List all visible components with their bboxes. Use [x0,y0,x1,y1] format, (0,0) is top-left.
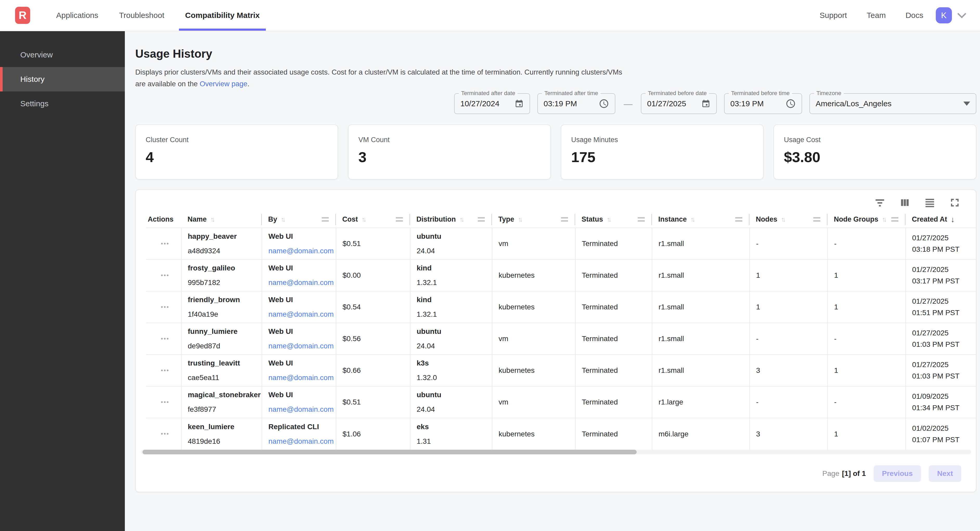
sidebar-item-overview[interactable]: Overview [0,43,125,67]
cluster-id: de9ed87d [188,342,259,350]
creator-email-link[interactable]: name@domain.com [269,310,332,319]
horizontal-scrollbar-thumb[interactable] [143,450,637,454]
row-actions-button[interactable]: ••• [153,335,178,342]
created-time: 03:18 PM PST [912,245,973,254]
cost-cell: $1.06 [336,418,410,450]
column-menu-icon[interactable] [735,217,742,222]
overview-page-link[interactable]: Overview page [200,80,247,88]
node-groups-cell: - [827,386,905,418]
link-docs[interactable]: Docs [905,11,923,20]
fullscreen-icon[interactable] [949,197,961,209]
sort-icon[interactable]: ↑↓ [607,216,610,223]
creator-email-link[interactable]: name@domain.com [269,374,332,382]
sort-icon[interactable]: ↑↓ [781,216,784,223]
app-logo[interactable]: R [15,7,30,24]
status-badge: Terminated [575,291,652,323]
row-actions-button[interactable]: ••• [153,367,178,374]
link-team[interactable]: Team [867,11,886,20]
column-menu-icon[interactable] [396,217,403,222]
sort-icon[interactable]: ↑↓ [690,216,694,223]
previous-button[interactable]: Previous [873,465,921,482]
col-cost[interactable]: Cost↑↓ [336,211,410,228]
calendar-icon[interactable] [701,99,711,108]
field-value: 03:19 PM [544,99,577,108]
col-instance[interactable]: Instance↑↓ [652,211,749,228]
tab-troubleshoot[interactable]: Troubleshoot [113,0,170,31]
stat-cluster-count: Cluster Count 4 [135,124,338,179]
avatar[interactable]: K [936,7,952,24]
field-value: 03:19 PM [730,99,764,108]
horizontal-scrollbar-track[interactable] [141,450,971,454]
tab-applications[interactable]: Applications [50,0,105,31]
creator-email-link[interactable]: name@domain.com [269,342,332,350]
instance-cell: r1.small [652,228,749,260]
terminated-before-date-field[interactable]: Terminated before date 01/27/2025 [641,93,717,114]
dropdown-arrow-icon[interactable] [963,101,970,106]
row-actions-button[interactable]: ••• [153,272,178,279]
chevron-down-icon[interactable] [958,10,966,18]
column-menu-icon[interactable] [561,217,568,222]
filter-icon[interactable] [874,197,886,209]
col-node-groups[interactable]: Node Groups↑↓ [827,211,905,228]
cost-cell: $0.56 [336,323,410,355]
next-button[interactable]: Next [929,465,961,482]
sort-icon[interactable]: ↑↓ [459,216,463,223]
clock-icon[interactable] [599,98,609,109]
link-support[interactable]: Support [819,11,847,20]
row-actions-button[interactable]: ••• [153,304,178,311]
column-menu-icon[interactable] [813,217,820,222]
col-status[interactable]: Status↑↓ [575,211,652,228]
timezone-select[interactable]: Timezone America/Los_Angeles [810,93,976,114]
distribution-version: 1.31 [417,437,489,445]
col-by[interactable]: By↑↓ [262,211,336,228]
columns-icon[interactable] [899,197,911,209]
field-label: Terminated after date [459,90,517,97]
usage-history-table: Actions Name↑↓ By↑↓ Cost↑↓ Distribution↑… [146,211,976,450]
sort-icon[interactable]: ↑↓ [281,216,284,223]
sidebar-item-settings[interactable]: Settings [0,92,125,116]
created-time: 01:03 PM PST [912,372,973,380]
sort-desc-icon[interactable]: ↓ [951,215,955,224]
creator-email-link[interactable]: name@domain.com [269,279,332,287]
cluster-id: 4819de16 [188,437,259,445]
col-distribution[interactable]: Distribution↑↓ [410,211,492,228]
sort-icon[interactable]: ↑↓ [518,216,521,223]
tab-compatibility-matrix[interactable]: Compatibility Matrix [179,0,266,31]
distribution-name: kind [417,264,489,272]
row-actions-button[interactable]: ••• [153,240,178,247]
cluster-id: cae5ea11 [188,374,259,382]
terminated-after-time-field[interactable]: Terminated after time 03:19 PM [537,93,616,114]
col-created-at[interactable]: Created At↓ [905,211,976,228]
terminated-before-time-field[interactable]: Terminated before time 03:19 PM [724,93,802,114]
density-icon[interactable] [924,197,936,209]
description-period: . [247,80,250,88]
sort-icon[interactable]: ↑↓ [882,216,885,223]
created-date: 01/27/2025 [912,265,973,274]
stat-value: 3 [358,149,541,165]
creator-email-link[interactable]: name@domain.com [269,405,332,414]
sort-icon[interactable]: ↑↓ [210,216,213,223]
created-by: Web UI [269,391,332,399]
stat-value: 175 [571,149,753,165]
col-nodes[interactable]: Nodes↑↓ [749,211,827,228]
calendar-icon[interactable] [514,99,524,108]
sidebar-item-history[interactable]: History [0,67,125,92]
col-name[interactable]: Name↑↓ [181,211,262,228]
terminated-after-date-field[interactable]: Terminated after date 10/27/2024 [454,93,530,114]
cost-cell: $0.51 [336,386,410,418]
row-actions-button[interactable]: ••• [153,430,178,437]
creator-email-link[interactable]: name@domain.com [269,437,332,445]
page-indicator: Page[1] of 1 [822,469,866,478]
column-menu-icon[interactable] [478,217,485,222]
column-menu-icon[interactable] [638,217,645,222]
sort-icon[interactable]: ↑↓ [361,216,364,223]
column-menu-icon[interactable] [891,217,898,222]
column-menu-icon[interactable] [322,217,329,222]
creator-email-link[interactable]: name@domain.com [269,247,332,255]
created-date: 01/27/2025 [912,361,973,369]
type-cell: kubernetes [492,355,575,386]
col-type[interactable]: Type↑↓ [492,211,575,228]
clock-icon[interactable] [786,98,796,109]
nodes-cell: - [749,386,827,418]
row-actions-button[interactable]: ••• [153,399,178,406]
